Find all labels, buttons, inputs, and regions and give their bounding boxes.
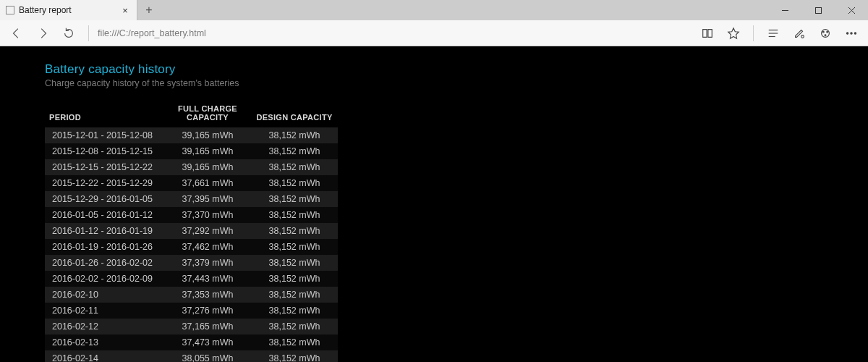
new-tab-button[interactable]: + (137, 0, 161, 20)
toolbar-divider (88, 25, 89, 41)
cell-period: 2016-01-19 - 2016-01-26 (45, 239, 164, 255)
svg-point-8 (801, 35, 804, 38)
cell-period: 2015-12-29 - 2016-01-05 (45, 191, 164, 207)
table-row: 2015-12-29 - 2016-01-0537,395 mWh38,152 … (45, 191, 338, 207)
section-title: Battery capacity history (45, 62, 868, 77)
col-design: DESIGN CAPACITY (251, 101, 338, 127)
cell-full-charge: 37,443 mWh (164, 271, 251, 287)
cell-design: 38,152 mWh (251, 271, 338, 287)
cell-period: 2016-01-12 - 2016-01-19 (45, 223, 164, 239)
cell-period: 2016-01-05 - 2016-01-12 (45, 207, 164, 223)
refresh-button[interactable] (56, 22, 81, 44)
webnote-button[interactable] (787, 22, 812, 44)
svg-marker-4 (728, 28, 739, 38)
table-row: 2015-12-15 - 2015-12-2239,165 mWh38,152 … (45, 159, 338, 175)
minimize-button[interactable] (768, 0, 801, 20)
svg-point-12 (825, 34, 826, 35)
cell-period: 2016-02-10 (45, 287, 164, 303)
maximize-button[interactable] (801, 0, 835, 20)
table-row: 2015-12-01 - 2015-12-0839,165 mWh38,152 … (45, 127, 338, 143)
capacity-history-table: PERIOD FULL CHARGE CAPACITY DESIGN CAPAC… (45, 101, 338, 362)
cell-period: 2016-02-14 (45, 350, 164, 362)
browser-tab[interactable]: Battery report × (0, 0, 137, 20)
cell-period: 2016-02-13 (45, 334, 164, 350)
table-row: 2016-02-1438,055 mWh38,152 mWh (45, 350, 338, 362)
cell-period: 2015-12-22 - 2015-12-29 (45, 175, 164, 191)
cell-design: 38,152 mWh (251, 159, 338, 175)
cell-full-charge: 37,473 mWh (164, 334, 251, 350)
cell-period: 2016-01-26 - 2016-02-02 (45, 255, 164, 271)
window-controls (768, 0, 868, 20)
table-row: 2016-02-1037,353 mWh38,152 mWh (45, 287, 338, 303)
col-period: PERIOD (45, 101, 164, 127)
cell-period: 2016-02-02 - 2016-02-09 (45, 271, 164, 287)
window-titlebar: Battery report × + (0, 0, 868, 20)
cell-period: 2015-12-15 - 2015-12-22 (45, 159, 164, 175)
cell-design: 38,152 mWh (251, 350, 338, 362)
svg-point-14 (851, 32, 852, 33)
svg-rect-1 (815, 7, 821, 13)
section-subtitle: Charge capacity history of the system's … (45, 78, 868, 88)
table-row: 2015-12-08 - 2015-12-1539,165 mWh38,152 … (45, 143, 338, 159)
svg-point-13 (846, 32, 848, 33)
cell-full-charge: 37,370 mWh (164, 207, 251, 223)
cell-design: 38,152 mWh (251, 319, 338, 334)
close-window-button[interactable] (835, 0, 868, 20)
cell-period: 2016-02-11 (45, 303, 164, 319)
cell-full-charge: 39,165 mWh (164, 143, 251, 159)
page-content: Battery capacity history Charge capacity… (0, 46, 868, 362)
cell-period: 2016-02-12 (45, 319, 164, 334)
page-icon (6, 6, 14, 14)
cell-full-charge: 37,661 mWh (164, 175, 251, 191)
cell-design: 38,152 mWh (251, 334, 338, 350)
cell-design: 38,152 mWh (251, 223, 338, 239)
svg-point-11 (827, 31, 828, 33)
forward-button[interactable] (30, 22, 55, 44)
hub-button[interactable] (761, 22, 786, 44)
table-row: 2016-01-05 - 2016-01-1237,370 mWh38,152 … (45, 207, 338, 223)
table-row: 2016-02-1337,473 mWh38,152 mWh (45, 334, 338, 350)
cell-period: 2015-12-01 - 2015-12-08 (45, 127, 164, 143)
table-row: 2016-01-26 - 2016-02-0237,379 mWh38,152 … (45, 255, 338, 271)
more-button[interactable] (839, 22, 864, 44)
cell-full-charge: 37,395 mWh (164, 191, 251, 207)
svg-point-15 (854, 32, 856, 33)
cell-design: 38,152 mWh (251, 127, 338, 143)
cell-design: 38,152 mWh (251, 143, 338, 159)
cell-design: 38,152 mWh (251, 255, 338, 271)
cell-full-charge: 39,165 mWh (164, 159, 251, 175)
cell-full-charge: 38,055 mWh (164, 350, 251, 362)
col-full-line2: CAPACITY (187, 113, 229, 122)
cell-design: 38,152 mWh (251, 175, 338, 191)
favorite-button[interactable] (721, 22, 746, 44)
cell-design: 38,152 mWh (251, 207, 338, 223)
cell-full-charge: 37,379 mWh (164, 255, 251, 271)
cell-full-charge: 37,462 mWh (164, 239, 251, 255)
col-full-charge: FULL CHARGE CAPACITY (164, 101, 251, 127)
share-button[interactable] (813, 22, 838, 44)
col-full-line1: FULL CHARGE (178, 104, 237, 113)
close-tab-icon[interactable]: × (119, 6, 131, 15)
table-row: 2016-01-19 - 2016-01-2637,462 mWh38,152 … (45, 239, 338, 255)
browser-toolbar (0, 20, 868, 46)
cell-period: 2015-12-08 - 2015-12-15 (45, 143, 164, 159)
cell-full-charge: 37,276 mWh (164, 303, 251, 319)
titlebar-spacer (161, 0, 768, 20)
toolbar-divider (753, 25, 754, 41)
cell-full-charge: 37,292 mWh (164, 223, 251, 239)
back-button[interactable] (4, 22, 29, 44)
address-bar[interactable] (96, 25, 694, 41)
table-row: 2016-02-1237,165 mWh38,152 mWh (45, 319, 338, 334)
cell-design: 38,152 mWh (251, 239, 338, 255)
table-row: 2015-12-22 - 2015-12-2937,661 mWh38,152 … (45, 175, 338, 191)
table-row: 2016-02-1137,276 mWh38,152 mWh (45, 303, 338, 319)
reading-view-button[interactable] (695, 22, 720, 44)
tab-title: Battery report (19, 5, 115, 15)
cell-full-charge: 39,165 mWh (164, 127, 251, 143)
cell-design: 38,152 mWh (251, 191, 338, 207)
table-row: 2016-02-02 - 2016-02-0937,443 mWh38,152 … (45, 271, 338, 287)
cell-full-charge: 37,165 mWh (164, 319, 251, 334)
cell-full-charge: 37,353 mWh (164, 287, 251, 303)
cell-design: 38,152 mWh (251, 303, 338, 319)
cell-design: 38,152 mWh (251, 287, 338, 303)
